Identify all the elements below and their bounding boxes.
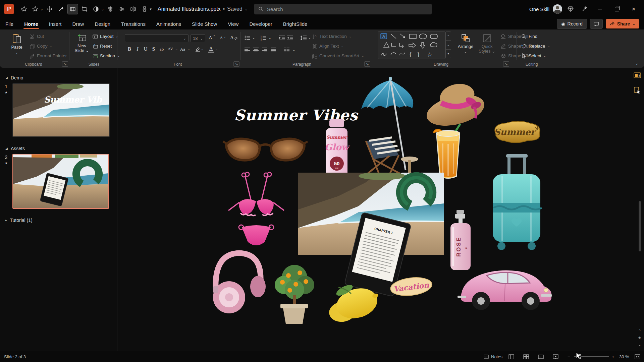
- gallery-more-icon[interactable]: ▾: [446, 50, 451, 58]
- slide-1-animation-star-icon[interactable]: ★: [5, 90, 8, 94]
- qat-distribute-vertical-icon[interactable]: [140, 4, 150, 14]
- reset-button[interactable]: Reset: [93, 42, 112, 50]
- tab-animations[interactable]: Animations: [151, 18, 186, 29]
- close-button[interactable]: ×: [627, 0, 641, 18]
- record-button[interactable]: ◉ Record: [557, 19, 587, 29]
- comments-button[interactable]: [590, 19, 603, 29]
- new-slide-button[interactable]: New Slide ⌄: [72, 32, 91, 61]
- font-name-combobox[interactable]: ⌄: [125, 34, 189, 42]
- section-button[interactable]: Section ⌄: [93, 52, 120, 60]
- align-right-icon[interactable]: [262, 48, 268, 52]
- replace-button[interactable]: bc Replace ⌄: [521, 42, 550, 50]
- illustration-neck-pillow[interactable]: [391, 172, 441, 215]
- qat-align-objects-icon[interactable]: [67, 4, 78, 14]
- slideshow-view-button[interactable]: [553, 351, 558, 362]
- tab-developer[interactable]: Developer: [244, 18, 277, 29]
- qat-shape-fill-dropdown-icon[interactable]: ⌄: [101, 7, 104, 11]
- tab-insert[interactable]: Insert: [44, 18, 67, 29]
- search-input[interactable]: [266, 6, 428, 12]
- freeform-shape[interactable]: [430, 42, 437, 47]
- down-arrow-shape[interactable]: [420, 43, 425, 48]
- shapes-gallery[interactable]: A { } ☆: [378, 32, 445, 59]
- illustration-sunscreen-tube[interactable]: Summer Glow 50 SP: [320, 117, 354, 180]
- collapse-ribbon-icon[interactable]: ⌄: [635, 61, 639, 66]
- tab-home[interactable]: Home: [19, 18, 44, 29]
- font-color-button[interactable]: A: [207, 46, 215, 53]
- tab-brightslide[interactable]: BrightSlide: [278, 18, 313, 29]
- tab-view[interactable]: View: [222, 18, 244, 29]
- rounded-rectangle-shape[interactable]: [430, 34, 437, 39]
- tab-design[interactable]: Design: [89, 18, 116, 29]
- qat-overflow-chevron-icon[interactable]: ▾: [150, 7, 152, 11]
- drawing-dialog-launcher[interactable]: ↘: [503, 61, 509, 67]
- arc-shape[interactable]: [391, 53, 396, 55]
- paste-button[interactable]: Paste ⌄: [7, 32, 26, 61]
- slide-sorter-view-button[interactable]: [523, 351, 529, 362]
- font-dialog-launcher[interactable]: ↘: [233, 61, 239, 67]
- clear-formatting-button[interactable]: A: [230, 34, 238, 42]
- highlight-chevron-icon[interactable]: ⌄: [201, 47, 204, 51]
- left-brace-shape[interactable]: {: [410, 52, 412, 57]
- underline-button[interactable]: U: [142, 45, 150, 53]
- bold-button[interactable]: B: [125, 45, 133, 53]
- illustration-lemon[interactable]: [325, 278, 380, 324]
- document-title-group[interactable]: Animated Illustrations.pptx • Saved ⌄: [158, 6, 248, 12]
- tab-slide-show[interactable]: Slide Show: [186, 18, 222, 29]
- selection-pane-icon[interactable]: [632, 85, 642, 95]
- columns-icon[interactable]: [284, 48, 290, 52]
- font-color-chevron-icon[interactable]: ⌄: [215, 47, 218, 51]
- increase-indent-icon[interactable]: [287, 35, 293, 41]
- slide-1-thumbnail[interactable]: Summer Vib: [12, 83, 110, 137]
- illustration-suitcase[interactable]: [489, 154, 544, 252]
- bullets-chevron-icon[interactable]: ⌄: [252, 36, 255, 40]
- illustration-headphones[interactable]: [208, 246, 266, 317]
- clipboard-dialog-launcher[interactable]: ↘: [62, 61, 68, 67]
- character-spacing-chevron-icon[interactable]: ⌄: [175, 47, 178, 51]
- columns-chevron-icon[interactable]: ⌄: [292, 48, 295, 52]
- numbering-chevron-icon[interactable]: ⌄: [268, 36, 271, 40]
- shadow-strike-button[interactable]: S: [150, 45, 158, 53]
- oval-shape[interactable]: [419, 34, 427, 39]
- arrow-shape[interactable]: [400, 34, 405, 38]
- qat-animation-star-icon[interactable]: [19, 4, 29, 14]
- character-spacing-button[interactable]: AV: [166, 45, 175, 53]
- minimize-button[interactable]: [593, 0, 607, 18]
- change-case-chevron-icon[interactable]: ⌄: [187, 47, 190, 51]
- font-size-combobox[interactable]: 18 ⌄: [191, 34, 205, 42]
- change-case-button[interactable]: Aa: [178, 45, 187, 53]
- zoom-in-button[interactable]: +: [612, 351, 614, 362]
- slide-indicator[interactable]: Slide 2 of 3: [4, 351, 26, 362]
- line-spacing-chevron-icon[interactable]: ⌄: [308, 36, 311, 40]
- scroll-star-icon[interactable]: ★: [637, 335, 643, 341]
- illustration-beach-chair[interactable]: [356, 136, 420, 176]
- normal-view-button[interactable]: [508, 351, 514, 362]
- canvas-vertical-scrollbar[interactable]: [639, 201, 641, 251]
- qat-move-anchor-icon[interactable]: [45, 4, 55, 14]
- highlight-color-button[interactable]: [194, 46, 201, 53]
- section-header-demo[interactable]: ◢ Demo: [5, 75, 117, 80]
- tab-file[interactable]: File: [0, 18, 19, 29]
- shrink-font-button[interactable]: A⌄: [220, 34, 226, 42]
- line-shape[interactable]: [391, 34, 396, 39]
- italic-button[interactable]: I: [133, 45, 142, 53]
- search-box[interactable]: [254, 4, 432, 14]
- gallery-scroll-down-icon[interactable]: ⌄: [446, 41, 451, 49]
- section-header-tutorial[interactable]: ▸ Tutorial (1): [5, 218, 117, 223]
- illustration-vacation-badge[interactable]: Vacation: [389, 275, 434, 298]
- strikethrough-button[interactable]: ab: [158, 45, 166, 53]
- find-button[interactable]: Find: [521, 32, 537, 41]
- arrange-button[interactable]: Arrange ⌄: [456, 32, 475, 61]
- tab-draw[interactable]: Draw: [67, 18, 89, 29]
- align-center-icon[interactable]: [253, 48, 259, 52]
- qat-shape-fill-icon[interactable]: [91, 4, 101, 14]
- justify-icon[interactable]: [270, 48, 276, 52]
- next-slide-button[interactable]: ⌄: [637, 342, 643, 347]
- user-name[interactable]: One Skill: [529, 6, 549, 12]
- paragraph-dialog-launcher[interactable]: ↘: [364, 61, 370, 67]
- gallery-scroll-up-icon[interactable]: ⌃: [446, 32, 451, 41]
- illustration-sunglasses[interactable]: [222, 133, 309, 165]
- slide-canvas[interactable]: Summer Vibes: [117, 68, 644, 351]
- illustration-pink-car[interactable]: [455, 258, 554, 315]
- tab-transitions[interactable]: Transitions: [116, 18, 151, 29]
- select-button[interactable]: Select ⌄: [521, 52, 546, 60]
